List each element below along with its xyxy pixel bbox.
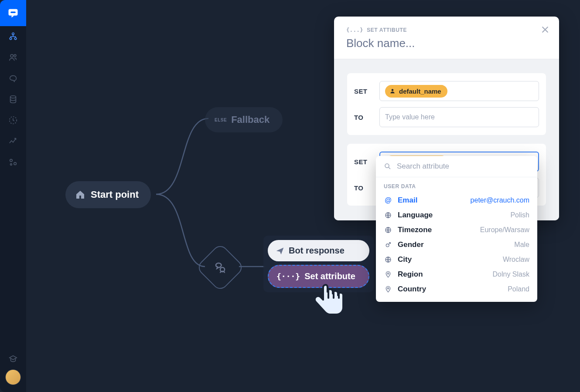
- node-start[interactable]: Start point: [65, 181, 151, 208]
- panel-crumb-text: SET ATTIBUTE: [367, 27, 407, 33]
- pill-bot-response[interactable]: Bot response: [268, 240, 369, 261]
- cursor-hand-icon: [307, 280, 351, 328]
- avatar[interactable]: [5, 369, 21, 385]
- dropdown-item-icon: [384, 271, 392, 278]
- dropdown-item[interactable]: @Emailpeter@crauch.com: [376, 193, 537, 208]
- dropdown-item-icon: @: [384, 196, 392, 204]
- dropdown-item-value: peter@crauch.com: [471, 196, 529, 204]
- set-card-1: SET default_name TO: [347, 73, 546, 135]
- svg-point-10: [14, 162, 17, 165]
- panel-body: SET default_name TO SET: [334, 59, 559, 220]
- dropdown-item-name: Language: [398, 211, 505, 220]
- attribute-dropdown: USER DATA @Emailpeter@crauch.comLanguage…: [376, 156, 537, 302]
- svg-point-6: [14, 54, 16, 57]
- else-badge: ELSE: [215, 118, 227, 122]
- nav-help-icon[interactable]: [0, 348, 26, 369]
- dropdown-item-icon: [384, 286, 392, 293]
- send-icon: [276, 247, 284, 255]
- sidebar: [0, 0, 26, 392]
- dropdown-item[interactable]: TimezoneEurope/Warsaw: [376, 223, 537, 237]
- panel-breadcrumb: {...} SET ATTIBUTE: [346, 27, 547, 33]
- chip-text: default_name: [399, 88, 441, 95]
- dropdown-item-name: Country: [398, 285, 502, 294]
- dropdown-item[interactable]: RegionDolny Slask: [376, 267, 537, 282]
- close-button[interactable]: [541, 25, 549, 36]
- app-logo[interactable]: [0, 0, 26, 26]
- svg-point-4: [14, 37, 17, 40]
- svg-rect-1: [10, 12, 16, 14]
- chip-default-name[interactable]: default_name: [385, 85, 447, 98]
- value-input-1[interactable]: [385, 113, 533, 121]
- dropdown-item-name: Email: [398, 196, 465, 205]
- dropdown-item-icon: [384, 212, 392, 219]
- dropdown-item[interactable]: LanguagePolish: [376, 208, 537, 223]
- svg-point-17: [386, 244, 389, 247]
- svg-point-19: [387, 273, 389, 274]
- dropdown-item-value: Dolny Slask: [493, 270, 529, 278]
- nav-history-icon[interactable]: [0, 110, 26, 131]
- node-fallback-label: Fallback: [231, 114, 270, 125]
- dropdown-item-value: Europe/Warsaw: [480, 226, 529, 234]
- dropdown-search-input[interactable]: [397, 162, 529, 171]
- home-icon: [75, 189, 85, 200]
- to-label: TO: [354, 184, 372, 192]
- svg-point-2: [12, 33, 14, 35]
- nav-database-icon[interactable]: [0, 89, 26, 110]
- svg-point-3: [10, 37, 12, 40]
- dropdown-item-icon: [384, 256, 392, 263]
- braces-icon: {···}: [276, 272, 300, 281]
- nav-analytics-icon[interactable]: [0, 131, 26, 152]
- svg-point-14: [385, 164, 389, 168]
- dropdown-item-value: Poland: [508, 285, 529, 293]
- nav-brain-icon[interactable]: [0, 68, 26, 89]
- panel-header: {...} SET ATTIBUTE: [334, 17, 559, 59]
- set-label: SET: [354, 88, 372, 95]
- side-panel: {...} SET ATTIBUTE SET default_name TO: [334, 17, 559, 220]
- node-fallback[interactable]: ELSE Fallback: [205, 107, 283, 132]
- dropdown-item-name: Region: [398, 270, 488, 279]
- chat-users-icon: [214, 261, 227, 274]
- block-name-input[interactable]: [346, 37, 547, 50]
- node-condition[interactable]: [195, 243, 245, 292]
- pill-bot-label: Bot response: [289, 246, 345, 256]
- svg-point-11: [10, 164, 12, 166]
- svg-point-5: [10, 54, 13, 57]
- attribute-field-1[interactable]: default_name: [379, 81, 539, 101]
- dropdown-item-value: Male: [514, 241, 529, 249]
- pill-attr-label: Set attribute: [304, 271, 355, 281]
- search-icon: [384, 162, 392, 170]
- dropdown-section-label: USER DATA: [376, 177, 537, 191]
- svg-point-13: [392, 89, 394, 91]
- nav-flow-icon[interactable]: [0, 26, 26, 47]
- person-icon: [389, 88, 396, 94]
- svg-point-20: [387, 287, 389, 289]
- set-label: SET: [354, 158, 372, 166]
- nav-users-icon[interactable]: [0, 47, 26, 68]
- dropdown-item-value: Polish: [510, 211, 529, 219]
- dropdown-list: @Emailpeter@crauch.comLanguagePolishTime…: [376, 191, 537, 302]
- dropdown-item-name: City: [398, 255, 498, 264]
- dropdown-item-value: Wroclaw: [503, 256, 529, 264]
- dropdown-item-name: Gender: [398, 240, 509, 249]
- dropdown-item[interactable]: CityWroclaw: [376, 252, 537, 267]
- braces-icon: {...}: [346, 27, 363, 33]
- dropdown-search-row: [376, 156, 537, 177]
- dropdown-item-icon: [384, 241, 392, 248]
- dropdown-item-icon: [384, 226, 392, 233]
- to-label: TO: [354, 114, 372, 121]
- dropdown-item[interactable]: CountryPoland: [376, 282, 537, 297]
- svg-point-9: [10, 159, 13, 162]
- nav-integrations-icon[interactable]: [0, 152, 26, 172]
- node-start-label: Start point: [91, 189, 139, 200]
- dropdown-item-name: Timezone: [398, 226, 475, 234]
- value-field-1[interactable]: [379, 107, 539, 127]
- dropdown-item[interactable]: GenderMale: [376, 237, 537, 252]
- svg-point-7: [10, 96, 16, 98]
